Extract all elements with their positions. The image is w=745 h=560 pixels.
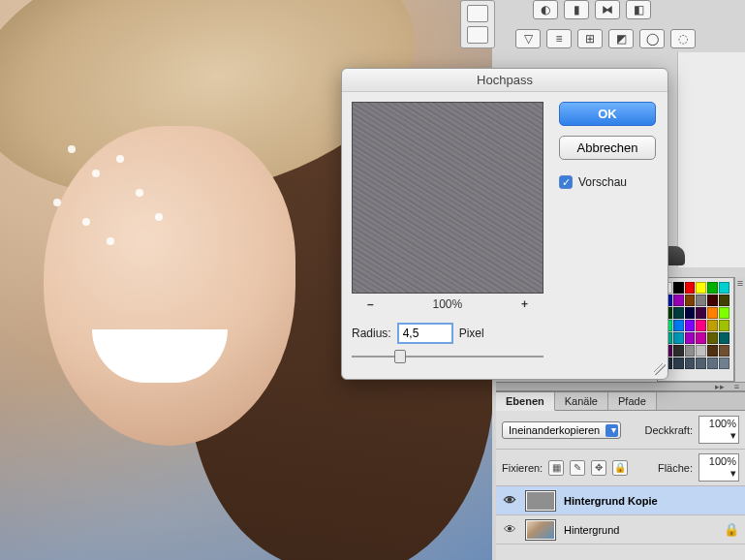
color-swatch[interactable] bbox=[673, 282, 684, 294]
zoom-in-button[interactable]: + bbox=[515, 297, 534, 311]
collapsed-panel[interactable] bbox=[460, 0, 495, 48]
color-swatch[interactable] bbox=[696, 320, 706, 331]
color-swatch[interactable] bbox=[673, 358, 684, 369]
fill-input[interactable]: 100% ▾ bbox=[698, 453, 739, 482]
color-swatch[interactable] bbox=[696, 358, 706, 369]
color-swatch[interactable] bbox=[707, 358, 718, 369]
radius-input[interactable] bbox=[397, 323, 453, 344]
tab-channels[interactable]: Kanäle bbox=[555, 392, 608, 410]
cancel-button[interactable]: Abbrechen bbox=[559, 136, 656, 160]
resize-grip-icon[interactable] bbox=[654, 363, 666, 375]
ok-button[interactable]: OK bbox=[559, 102, 656, 126]
levels-icon[interactable]: ▮ bbox=[564, 0, 589, 19]
layer-name-label[interactable]: Hintergrund Kopie bbox=[564, 495, 658, 507]
panel-menu-icon[interactable]: ≡ bbox=[734, 382, 739, 391]
photo-face bbox=[44, 126, 295, 446]
color-swatch[interactable] bbox=[707, 320, 718, 331]
color-swatch[interactable] bbox=[673, 295, 684, 306]
highpass-dialog: Hochpass – 100% + Radius: Pixel OK Abbre… bbox=[341, 68, 668, 380]
color-swatch[interactable] bbox=[719, 320, 729, 331]
threshold-icon[interactable]: ◩ bbox=[608, 29, 634, 48]
dialog-button-column: OK Abbrechen ✓ Vorschau bbox=[559, 102, 656, 189]
color-swatch[interactable] bbox=[673, 307, 684, 319]
swatches-panel-flyout-icon[interactable]: ≡ bbox=[734, 277, 745, 382]
color-swatch[interactable] bbox=[673, 320, 684, 331]
color-swatch[interactable] bbox=[707, 307, 718, 319]
zoom-controls: – 100% + bbox=[352, 294, 543, 311]
color-swatch[interactable] bbox=[719, 295, 729, 306]
color-swatch[interactable] bbox=[719, 345, 729, 357]
color-swatch[interactable] bbox=[673, 345, 684, 357]
brightness-contrast-icon[interactable]: ◐ bbox=[533, 0, 558, 19]
curves-icon[interactable]: ⧓ bbox=[595, 0, 620, 19]
panel-tabs: Ebenen Kanäle Pfade bbox=[496, 392, 745, 411]
color-swatch[interactable] bbox=[707, 282, 718, 294]
light-spot bbox=[92, 170, 100, 177]
color-swatch[interactable] bbox=[719, 307, 729, 319]
light-spot bbox=[116, 155, 124, 163]
panel-collapse-icon[interactable]: ▸▸ bbox=[715, 382, 725, 391]
tab-paths[interactable]: Pfade bbox=[608, 392, 657, 410]
color-swatch[interactable] bbox=[719, 332, 729, 344]
preview-checkbox-label: Vorschau bbox=[578, 175, 627, 189]
selective-color-icon[interactable]: ◯ bbox=[639, 29, 665, 48]
color-swatch[interactable] bbox=[696, 345, 706, 357]
filter-preview[interactable] bbox=[352, 102, 543, 294]
slider-thumb[interactable] bbox=[394, 350, 406, 363]
color-lookup-icon[interactable]: ◌ bbox=[670, 29, 696, 48]
slider-track-line bbox=[352, 356, 543, 358]
color-swatch[interactable] bbox=[707, 332, 718, 344]
color-swatch[interactable] bbox=[685, 282, 696, 294]
light-spot bbox=[68, 145, 76, 153]
color-swatch[interactable] bbox=[685, 345, 696, 357]
layer-visibility-toggle[interactable]: 👁 bbox=[502, 522, 517, 537]
lock-all-button[interactable]: 🔒 bbox=[612, 460, 628, 476]
color-swatches-panel[interactable] bbox=[657, 277, 734, 382]
black-white-icon[interactable]: ▽ bbox=[515, 29, 541, 48]
layer-thumbnail[interactable] bbox=[525, 519, 556, 541]
light-spot bbox=[107, 237, 114, 245]
layer-row-layer-copy[interactable]: 👁Hintergrund Kopie bbox=[496, 486, 745, 515]
panel-options-strip: ▸▸ ≡ bbox=[496, 382, 745, 391]
color-swatch[interactable] bbox=[719, 282, 729, 294]
color-swatch[interactable] bbox=[707, 295, 718, 306]
color-swatch[interactable] bbox=[696, 307, 706, 319]
opacity-input[interactable]: 100% ▾ bbox=[698, 416, 739, 444]
color-swatch[interactable] bbox=[685, 358, 696, 369]
preview-checkbox[interactable]: ✓ bbox=[559, 175, 573, 189]
layers-panel: Ebenen Kanäle Pfade Ineinanderkopieren D… bbox=[496, 391, 745, 560]
adjustment-row-2: ▽ ≡ ⊞ ◩ ◯ ◌ bbox=[515, 29, 696, 48]
layer-name-label[interactable]: Hintergrund bbox=[564, 524, 619, 536]
dialog-title: Hochpass bbox=[342, 69, 667, 92]
color-swatch[interactable] bbox=[696, 295, 706, 306]
layer-visibility-toggle[interactable]: 👁 bbox=[502, 493, 517, 508]
blend-mode-select[interactable]: Ineinanderkopieren bbox=[502, 421, 621, 439]
color-swatch[interactable] bbox=[707, 345, 718, 357]
layer-row-layer-bg[interactable]: 👁Hintergrund🔒 bbox=[496, 515, 745, 544]
preview-checkbox-row[interactable]: ✓ Vorschau bbox=[559, 175, 656, 189]
radius-slider[interactable] bbox=[352, 350, 543, 363]
lock-transparency-button[interactable]: ▦ bbox=[548, 460, 564, 476]
color-swatch[interactable] bbox=[696, 282, 706, 294]
zoom-out-button[interactable]: – bbox=[361, 297, 380, 311]
panel-icon[interactable] bbox=[467, 5, 488, 22]
blend-mode-select-wrap[interactable]: Ineinanderkopieren bbox=[502, 421, 621, 439]
radius-row: Radius: Pixel bbox=[352, 323, 658, 344]
lock-pixels-button[interactable]: ✎ bbox=[570, 460, 585, 476]
color-swatch[interactable] bbox=[685, 332, 696, 344]
photo-filter-icon[interactable]: ≡ bbox=[546, 29, 572, 48]
color-swatch[interactable] bbox=[696, 332, 706, 344]
adjustment-row-1: ◐ ▮ ⧓ ◧ bbox=[533, 0, 651, 19]
color-swatch[interactable] bbox=[673, 332, 684, 344]
layer-controls-row: Ineinanderkopieren Deckkraft: 100% ▾ bbox=[496, 411, 745, 450]
tab-layers[interactable]: Ebenen bbox=[496, 392, 555, 411]
layer-thumbnail[interactable] bbox=[525, 490, 556, 512]
color-swatch[interactable] bbox=[685, 295, 696, 306]
exposure-icon[interactable]: ◧ bbox=[626, 0, 651, 19]
color-swatch[interactable] bbox=[685, 307, 696, 319]
color-swatch[interactable] bbox=[719, 358, 729, 369]
panel-icon[interactable] bbox=[467, 26, 488, 44]
lock-position-button[interactable]: ✥ bbox=[591, 460, 606, 476]
color-swatch[interactable] bbox=[685, 320, 696, 331]
channel-mixer-icon[interactable]: ⊞ bbox=[577, 29, 603, 48]
